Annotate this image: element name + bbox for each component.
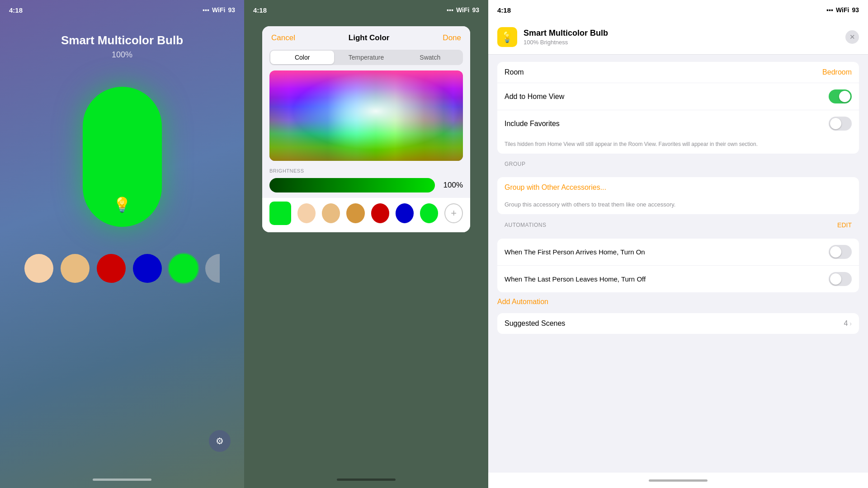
automations-header: AUTOMATIONS EDIT: [488, 214, 868, 231]
brightness-row: 100%: [262, 178, 470, 198]
automation-1-label: When The First Person Arrives Home, Turn…: [505, 248, 829, 257]
include-favorites-toggle[interactable]: [829, 117, 852, 131]
include-favorites-label: Include Favorites: [505, 120, 560, 128]
room-row[interactable]: Room Bedroom: [497, 62, 859, 83]
device-icon-yellow: 💡: [497, 27, 517, 47]
preset-add-button[interactable]: +: [444, 203, 463, 223]
p3-battery-icon: 93: [852, 6, 859, 14]
swatch-blue[interactable]: [133, 254, 162, 283]
panel1-main-screen: 4:18 ▪▪▪ WiFi 93 Smart Multicolor Bulb 1…: [0, 0, 244, 488]
signal-icon: ▪▪▪: [203, 6, 209, 14]
color-picker-wheel[interactable]: [269, 70, 463, 161]
settings-gear-button[interactable]: ⚙: [209, 430, 231, 452]
settings-scroll-area[interactable]: Room Bedroom Add to Home View Include Fa…: [488, 55, 868, 473]
panel3-device-subtitle: 100% Brightness: [524, 39, 608, 46]
panel3-time: 4:18: [497, 6, 511, 14]
panel2-status-bar: 4:18 ▪▪▪ WiFi 93: [244, 0, 488, 20]
brightness-section-label: BRIGHTNESS: [262, 168, 470, 174]
p2-wifi-icon: WiFi: [456, 6, 469, 14]
device-title: Smart Multicolor Bulb: [61, 33, 183, 47]
wifi-icon: WiFi: [212, 6, 225, 14]
automations-edit-button[interactable]: EDIT: [837, 221, 852, 229]
group-section-header: GROUP: [488, 154, 868, 170]
tab-temperature[interactable]: Temperature: [334, 51, 398, 64]
panel1-home-indicator: [93, 479, 151, 481]
p3-wifi-icon: WiFi: [836, 6, 849, 14]
tab-swatch[interactable]: Swatch: [398, 51, 462, 64]
tab-color[interactable]: Color: [270, 51, 334, 64]
add-to-home-toggle[interactable]: [829, 89, 852, 103]
automation-1-toggle[interactable]: [829, 245, 852, 259]
automation-2-toggle[interactable]: [829, 272, 852, 286]
panel1-time: 4:18: [9, 6, 23, 14]
automations-card: When The First Person Arrives Home, Turn…: [497, 239, 859, 292]
panel3-status-bar: 4:18 ▪▪▪ WiFi 93: [488, 0, 868, 20]
swatch-warm-yellow[interactable]: [61, 254, 90, 283]
swatch-green-selected[interactable]: [169, 254, 198, 283]
add-to-home-row: Add to Home View: [497, 83, 859, 110]
add-to-home-label: Add to Home View: [505, 93, 564, 101]
preset-blue[interactable]: [396, 203, 414, 223]
suggested-scenes-row[interactable]: Suggested Scenes 4 ›: [497, 313, 859, 334]
color-swatches-row: [24, 254, 220, 283]
swatch-partial[interactable]: [205, 254, 220, 283]
panel1-status-bar: 4:18 ▪▪▪ WiFi 93: [0, 0, 244, 20]
automation-row-2: When The Last Person Leaves Home, Turn O…: [497, 266, 859, 292]
color-tab-bar: Color Temperature Swatch: [269, 50, 463, 65]
panel3-settings: 4:18 ▪▪▪ WiFi 93 💡 Smart Multicolor Bulb…: [488, 0, 868, 488]
panel3-device-name: Smart Multicolor Bulb: [524, 28, 608, 38]
room-label: Room: [505, 68, 524, 76]
color-gradient-overlay: [269, 70, 463, 161]
panel3-status-icons: ▪▪▪ WiFi 93: [826, 6, 859, 14]
swatch-red[interactable]: [97, 254, 126, 283]
add-automation-button[interactable]: Add Automation: [497, 298, 548, 305]
preset-warm-yellow[interactable]: [322, 203, 340, 223]
battery-icon: 93: [228, 6, 235, 14]
suggested-scenes-count: 4 ›: [844, 319, 852, 328]
panel3-header: 💡 Smart Multicolor Bulb 100% Brightness …: [488, 20, 868, 55]
preset-green[interactable]: [420, 203, 438, 223]
bulb-icon-glyph: 💡: [500, 31, 514, 43]
panel3-home-bar: [649, 479, 708, 482]
suggested-scenes-card[interactable]: Suggested Scenes 4 ›: [497, 313, 859, 334]
p2-battery-icon: 93: [472, 6, 479, 14]
bulb-lightbulb-icon: 💡: [113, 196, 131, 213]
modal-header: Cancel Light Color Done: [262, 26, 470, 50]
panel2-color-picker: 4:18 ▪▪▪ WiFi 93 Cancel Light Color Done…: [244, 0, 488, 488]
p3-signal-icon: ▪▪▪: [826, 6, 833, 14]
group-description: Group this accessory with others to trea…: [497, 198, 859, 214]
panel3-home-indicator-bar: [488, 473, 868, 488]
cancel-button[interactable]: Cancel: [271, 33, 295, 42]
preset-golden[interactable]: [346, 203, 364, 223]
suggested-scenes-label: Suggested Scenes: [505, 319, 565, 328]
brightness-value: 100%: [440, 181, 463, 190]
panel2-status-icons: ▪▪▪ WiFi 93: [447, 6, 479, 14]
p2-signal-icon: ▪▪▪: [447, 6, 453, 14]
group-link-row[interactable]: Group with Other Accessories...: [497, 177, 859, 198]
swatch-presets-row: +: [262, 198, 470, 232]
swatch-warm-white[interactable]: [24, 254, 53, 283]
automations-section-label: AUTOMATIONS: [505, 222, 546, 228]
preset-red[interactable]: [371, 203, 389, 223]
automation-row-1: When The First Person Arrives Home, Turn…: [497, 239, 859, 266]
panel2-home-indicator: [337, 479, 396, 481]
settings-hint-text: Tiles hidden from Home View will still a…: [497, 137, 859, 154]
modal-title: Light Color: [349, 33, 390, 42]
header-device-info: 💡 Smart Multicolor Bulb 100% Brightness: [497, 27, 608, 47]
room-value: Bedroom: [822, 68, 852, 76]
preset-warm-white[interactable]: [297, 203, 316, 223]
bulb-visual[interactable]: 💡: [83, 87, 162, 227]
add-automation-container: Add Automation: [488, 292, 868, 306]
brightness-slider[interactable]: [269, 178, 435, 192]
panel1-status-icons: ▪▪▪ WiFi 93: [203, 6, 235, 14]
done-button[interactable]: Done: [443, 33, 461, 42]
group-card: Group with Other Accessories... Group th…: [497, 177, 859, 214]
light-color-modal: Cancel Light Color Done Color Temperatur…: [262, 26, 470, 232]
close-button[interactable]: ✕: [845, 30, 859, 44]
panel2-time: 4:18: [253, 6, 267, 14]
device-name-block: Smart Multicolor Bulb 100% Brightness: [524, 28, 608, 46]
include-favorites-row: Include Favorites: [497, 110, 859, 137]
preset-green-current[interactable]: [269, 202, 291, 225]
group-link[interactable]: Group with Other Accessories...: [505, 183, 606, 192]
chevron-right-icon: ›: [849, 320, 852, 327]
